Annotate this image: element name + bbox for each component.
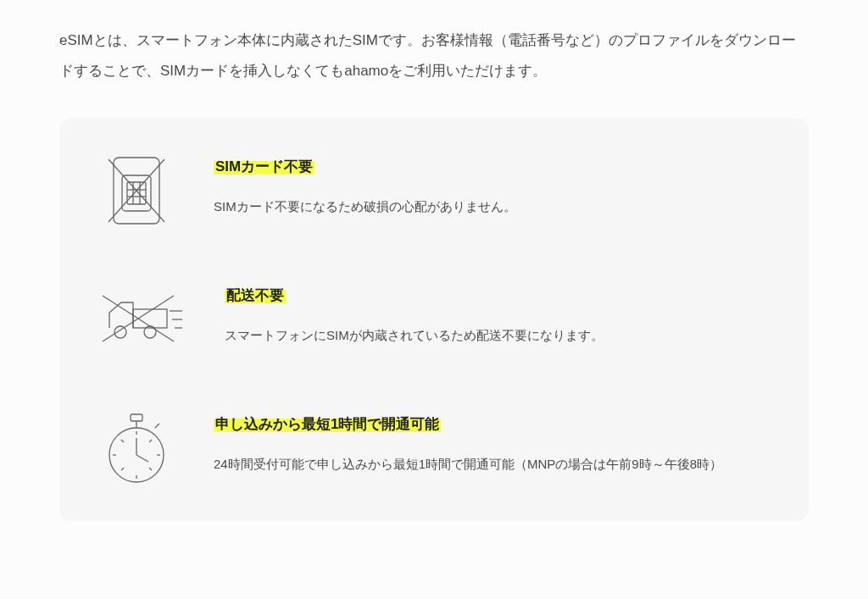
svg-line-22: [136, 455, 148, 462]
feature-item: SIMカード不要 SIMカード不要になるため破損の心配がありません。: [97, 152, 762, 230]
svg-line-29: [121, 468, 124, 470]
features-card: SIMカード不要 SIMカード不要になるため破損の心配がありません。 配送不要 …: [59, 118, 809, 521]
svg-rect-1: [122, 175, 151, 211]
feature-title: 申し込みから最短1時間で開通可能: [214, 415, 441, 433]
stopwatch-icon: [97, 409, 175, 487]
feature-item: 配送不要 スマートフォンにSIMが内蔵されているため配送不要になります。: [97, 280, 762, 358]
feature-desc: 24時間受付可能で申し込みから最短1時間で開通可能（MNPの場合は午前9時～午後…: [214, 452, 762, 477]
svg-line-28: [149, 440, 152, 442]
feature-item: 申し込みから最短1時間で開通可能 24時間受付可能で申し込みから最短1時間で開通…: [97, 409, 762, 487]
svg-rect-2: [127, 182, 146, 204]
svg-rect-18: [131, 414, 142, 421]
feature-title: 配送不要: [225, 286, 286, 304]
feature-title: SIMカード不要: [214, 158, 314, 175]
feature-desc: スマートフォンにSIMが内蔵されているため配送不要になります。: [225, 324, 762, 348]
svg-line-27: [121, 440, 124, 442]
svg-line-20: [155, 424, 159, 428]
no-sim-card-icon: [97, 152, 175, 230]
intro-text: eSIMとは、スマートフォン本体に内蔵されたSIMです。お客様情報（電話番号など…: [0, 0, 868, 118]
feature-desc: SIMカード不要になるため破損の心配がありません。: [214, 195, 762, 219]
svg-line-30: [149, 468, 152, 470]
no-delivery-icon: [97, 280, 186, 358]
